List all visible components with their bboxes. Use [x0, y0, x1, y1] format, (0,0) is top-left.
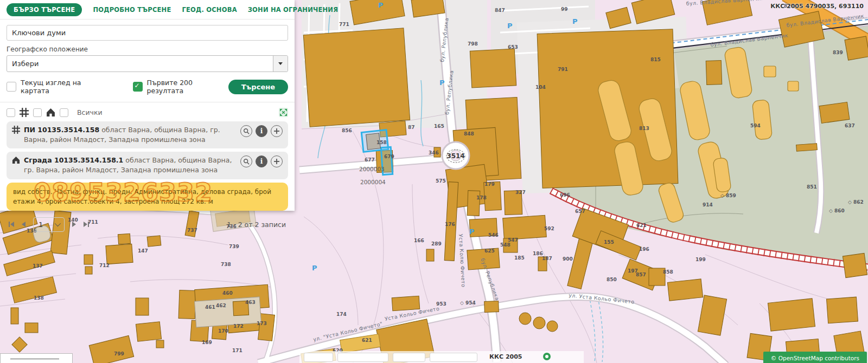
map-number-label: 185 [514, 255, 525, 261]
chevron-down-icon [55, 221, 61, 226]
parking-icon: P [439, 79, 445, 87]
map-number-label: 594 [750, 123, 761, 128]
parking-icon: P [378, 1, 384, 9]
building-details-text: вид собств. Частна, функц. предн. Админи… [13, 188, 271, 205]
map-number-label: 548 [500, 242, 510, 248]
expand-results-icon[interactable] [279, 108, 288, 117]
last-page-button[interactable] [84, 222, 89, 227]
geo-location-label: Географско положение [7, 46, 288, 53]
map-number-label: 138 [34, 295, 44, 301]
parking-icon: P [469, 228, 475, 236]
filter-parcels-checkbox[interactable] [7, 108, 15, 117]
add-result-button[interactable] [271, 125, 283, 137]
add-result-button[interactable] [271, 155, 283, 167]
zoom-to-result-button[interactable] [240, 155, 252, 167]
tab-restriction-zones[interactable]: ЗОНИ НА ОГРАНИЧЕНИЯ [248, 6, 338, 14]
previous-page-button[interactable] [22, 222, 25, 227]
parking-icon: P [507, 22, 513, 30]
result-id: ПИ 10135.3514.158 [24, 126, 99, 134]
geolocate-icon[interactable] [543, 353, 551, 360]
results-pager: 1 1 - 2 от 2 записи [7, 211, 288, 232]
result-id: Сграда 10135.3514.158.1 [24, 156, 123, 164]
tab-geodetic-basis[interactable]: ГЕОД. ОСНОВА [182, 6, 237, 14]
map-number-label: 739 [229, 244, 239, 249]
toolbar-button[interactable] [304, 353, 333, 362]
map-number-label: 137 [33, 263, 43, 269]
zoom-to-result-button[interactable] [240, 125, 252, 137]
current-map-view-checkbox[interactable] [7, 82, 16, 92]
map-number-label: 621 [362, 338, 372, 343]
first-200-results-checkbox[interactable] [133, 82, 143, 92]
map-number-label: 850 [607, 277, 617, 282]
map-number-label: ◇ 860 [829, 208, 845, 213]
map-number-label: 839 [833, 50, 843, 55]
map-number-label: 171 [232, 348, 242, 353]
map-number-label: 196 [639, 247, 649, 252]
osm-attribution: © OpenStreetMap contributors [763, 352, 867, 363]
records-count-label: 1 - 2 от 2 записи [227, 221, 286, 229]
tab-detailed-search[interactable]: ПОДРОБНО ТЪРСЕНЕ [93, 6, 171, 14]
result-row-building[interactable]: Сграда 10135.3514.158.1 област Варна, об… [7, 152, 288, 179]
parcel-grid-icon [20, 108, 29, 117]
toolbar-button[interactable] [393, 353, 425, 362]
map-number-label: 2000003 [359, 166, 385, 172]
map-number-label: 178 [476, 195, 487, 200]
map-number-label: 657 [575, 209, 585, 214]
next-page-button[interactable] [72, 222, 76, 227]
keywords-input[interactable] [7, 25, 288, 41]
map-number-label: 289 [431, 241, 442, 247]
geo-location-select[interactable]: Избери [7, 55, 288, 72]
info-button[interactable]: i [256, 125, 267, 137]
map-number-label: 848 [464, 131, 474, 137]
map-number-label: 712 [99, 263, 110, 268]
map-number-label: 677 [365, 157, 375, 163]
toolbar-button[interactable] [337, 353, 388, 362]
search-tabs: БЪРЗО ТЪРСЕНЕ ПОДРОБНО ТЪРСЕНЕ ГЕОД. ОСН… [0, 0, 295, 20]
first-page-button[interactable] [9, 222, 14, 227]
map-number-label: ◇ 954 [460, 300, 476, 306]
toolbar-button[interactable] [430, 353, 477, 362]
map-scale-control[interactable] [0, 353, 73, 363]
dropdown-button[interactable] [273, 56, 288, 72]
map-number-label: 166 [414, 238, 424, 243]
region-number-label: 3514 [446, 152, 464, 160]
page-select[interactable]: 1 [33, 217, 65, 232]
map-number-label: 625 [484, 248, 495, 254]
map-number-label: 186 [533, 251, 543, 256]
map-number-label: 771 [339, 22, 349, 27]
crs-label: ККС 2005 [489, 353, 522, 360]
map-number-label: 147 [138, 248, 148, 254]
parcel-grid-icon [12, 126, 20, 134]
map-number-label: 173 [257, 321, 267, 326]
map-number-label: 847 [495, 8, 505, 13]
search-button[interactable]: Търсене [228, 80, 288, 94]
filter-all-checkbox[interactable] [60, 108, 68, 117]
map-number-label: 575 [436, 178, 446, 184]
map-number-label: 592 [544, 226, 554, 231]
map-number-label: 857 [636, 272, 646, 277]
map-number-label: 738 [221, 262, 231, 267]
map-number-label: 179 [484, 182, 495, 187]
map-bottom-toolbar: ККС 2005 [299, 351, 584, 363]
map-number-label: 851 [807, 184, 817, 190]
map-number-label: 798 [468, 41, 478, 47]
tab-quick-search[interactable]: БЪРЗО ТЪРСЕНЕ [7, 3, 82, 16]
map-number-label: 900 [563, 256, 573, 262]
map-number-label: 87 [408, 125, 415, 130]
map-number-label: 653 [508, 44, 518, 50]
current-map-view-label: Текущ изглед на картата [21, 79, 108, 95]
map-number-label: 696 [560, 192, 570, 198]
map-number-label: 460 [222, 290, 233, 296]
map-number-label: 99 [561, 7, 568, 12]
info-button[interactable]: i [256, 155, 267, 167]
map-number-label: 165 [434, 124, 444, 129]
map-number-label: 104 [535, 85, 546, 90]
building-icon [12, 156, 20, 164]
map-number-label: 169 [202, 340, 212, 345]
filter-buildings-checkbox[interactable] [33, 108, 42, 117]
map-number-label: 856 [342, 128, 352, 133]
map-number-label: 461 [205, 304, 215, 310]
map-number-label: 813 [639, 126, 649, 131]
result-row-parcel[interactable]: ПИ 10135.3514.158 област Варна, община В… [7, 121, 288, 148]
parking-icon: P [572, 17, 578, 25]
